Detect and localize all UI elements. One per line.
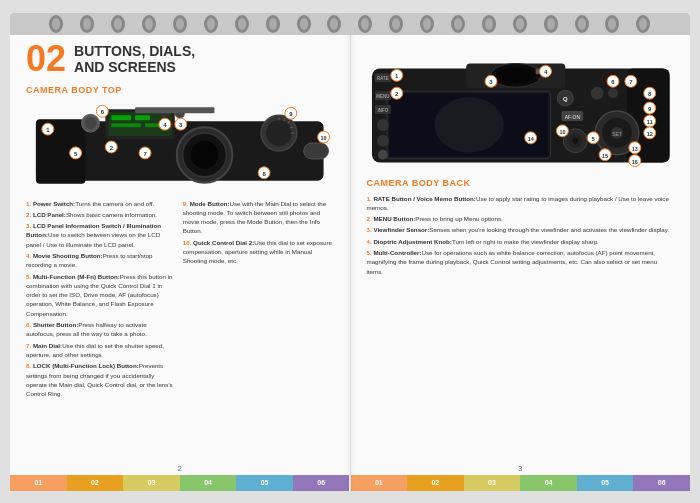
back-item-4-text: Turn left or right to make the viewfinde… (452, 238, 599, 245)
chapter-title-line1: BUTTONS, DIALS, (74, 43, 195, 60)
item-2-num: 2. (26, 211, 33, 218)
spiral (111, 15, 125, 33)
svg-text:12: 12 (646, 130, 652, 136)
spiral (80, 15, 94, 33)
tab-06-left[interactable]: 06 (293, 475, 350, 491)
svg-text:10: 10 (559, 128, 565, 134)
left-content-columns: 1. Power Switch:Turns the camera on and … (26, 199, 334, 401)
spiral (266, 15, 280, 33)
svg-point-63 (591, 87, 603, 99)
item-1-text: Turns the camera on and off. (75, 200, 154, 207)
chapter-title-line2: AND SCREENS (74, 59, 195, 76)
svg-point-73 (377, 149, 387, 159)
spiral (297, 15, 311, 33)
tab-05-right[interactable]: 05 (577, 475, 634, 491)
camera-top-svg: 1 2 3 4 5 6 7 8 (26, 101, 334, 189)
item-4-label: Movie Shooting Button: (33, 252, 103, 259)
spiral (49, 15, 63, 33)
tab-01-right[interactable]: 01 (351, 475, 408, 491)
svg-text:13: 13 (631, 145, 637, 151)
back-item-5-label: Multi-Controller: (373, 249, 421, 256)
tab-01-left[interactable]: 01 (10, 475, 67, 491)
svg-text:SET: SET (612, 131, 622, 136)
left-column-items: 1. Power Switch:Turns the camera on and … (26, 199, 177, 401)
item-2-text: Shows basic camera information. (66, 211, 157, 218)
tab-02-left[interactable]: 02 (67, 475, 124, 491)
body-text-back: 1. RATE Button / Voice Memo Button:Use t… (367, 194, 675, 276)
item-8-num: 8. (26, 362, 33, 369)
item-1-label: Power Switch: (33, 200, 75, 207)
right-column-items: 9. Mode Button:Use with the Main Dial to… (183, 199, 334, 401)
svg-point-72 (376, 134, 388, 146)
item-5-num: 5. (26, 273, 33, 280)
tab-02-right[interactable]: 02 (407, 475, 464, 491)
right-page: Q AF-ON SET RATE (351, 13, 691, 491)
tab-05-left[interactable]: 05 (236, 475, 293, 491)
camera-back-container: Q AF-ON SET RATE (367, 63, 675, 172)
item-7-num: 7. (26, 342, 33, 349)
svg-text:RATE: RATE (377, 76, 389, 81)
svg-rect-6 (111, 123, 141, 127)
item-4-num: 4. (26, 252, 33, 259)
page-number-right: 3 (518, 464, 522, 473)
item-10-label: Quick Control Dial 2: (193, 239, 254, 246)
svg-point-64 (608, 88, 618, 98)
item-5-label: Multi-Function (M-Fn) Button: (33, 273, 120, 280)
svg-point-48 (497, 67, 533, 83)
svg-rect-22 (304, 143, 329, 159)
item-2-label: LCD Panel: (33, 211, 66, 218)
chapter-title: BUTTONS, DIALS, AND SCREENS (74, 41, 195, 77)
tab-04-left[interactable]: 04 (180, 475, 237, 491)
spiral (451, 15, 465, 33)
item-9-num: 9. (183, 200, 190, 207)
book-container: 02 BUTTONS, DIALS, AND SCREENS CAMERA BO… (10, 13, 690, 491)
item-7-label: Main Dial: (33, 342, 62, 349)
svg-rect-23 (135, 107, 214, 113)
spirals (44, 15, 656, 33)
back-item-3-label: Viewfinder Sensor: (373, 226, 429, 233)
svg-point-10 (191, 141, 219, 169)
svg-point-19 (85, 117, 97, 129)
body-text-right: 9. Mode Button:Use with the Main Dial to… (183, 199, 334, 266)
svg-text:AF-ON: AF-ON (564, 114, 580, 119)
svg-text:MENU: MENU (376, 94, 389, 99)
svg-point-71 (376, 118, 388, 130)
camera-top-container: 1 2 3 4 5 6 7 8 (26, 101, 334, 193)
tab-04-right[interactable]: 04 (520, 475, 577, 491)
camera-back-svg: Q AF-ON SET RATE (367, 63, 675, 168)
spiral (204, 15, 218, 33)
spiral (327, 15, 341, 33)
svg-point-51 (434, 97, 503, 153)
svg-text:11: 11 (646, 118, 652, 124)
svg-text:15: 15 (602, 152, 608, 158)
tab-06-right[interactable]: 06 (633, 475, 690, 491)
svg-point-12 (266, 120, 292, 146)
spiral (358, 15, 372, 33)
chapter-header: 02 BUTTONS, DIALS, AND SCREENS (26, 41, 334, 77)
section-heading-left: CAMERA BODY TOP (26, 85, 334, 95)
spiral (544, 15, 558, 33)
tab-03-right[interactable]: 03 (464, 475, 521, 491)
item-10-num: 10. (183, 239, 193, 246)
item-1-num: 1. (26, 200, 33, 207)
left-page: 02 BUTTONS, DIALS, AND SCREENS CAMERA BO… (10, 13, 351, 491)
spiral (513, 15, 527, 33)
bottom-tabs-left[interactable]: 01 02 03 04 05 06 (10, 475, 350, 491)
spiral (482, 15, 496, 33)
spiral (605, 15, 619, 33)
spiral (235, 15, 249, 33)
svg-text:14: 14 (527, 135, 533, 141)
back-item-4-label: Dioptric Adjustment Knob: (373, 238, 451, 245)
spiral (575, 15, 589, 33)
tab-03-left[interactable]: 03 (123, 475, 180, 491)
svg-point-58 (572, 137, 578, 143)
chapter-number: 02 (26, 41, 66, 77)
svg-text:10: 10 (321, 135, 327, 141)
svg-rect-4 (111, 115, 131, 120)
item-3-num: 3. (26, 222, 33, 229)
back-item-2-text: Press to bring up Menu options. (415, 215, 502, 222)
svg-text:Q: Q (563, 96, 568, 102)
spiral (389, 15, 403, 33)
bottom-tabs-right[interactable]: 01 02 03 04 05 06 (351, 475, 691, 491)
svg-text:INFO: INFO (377, 108, 388, 113)
